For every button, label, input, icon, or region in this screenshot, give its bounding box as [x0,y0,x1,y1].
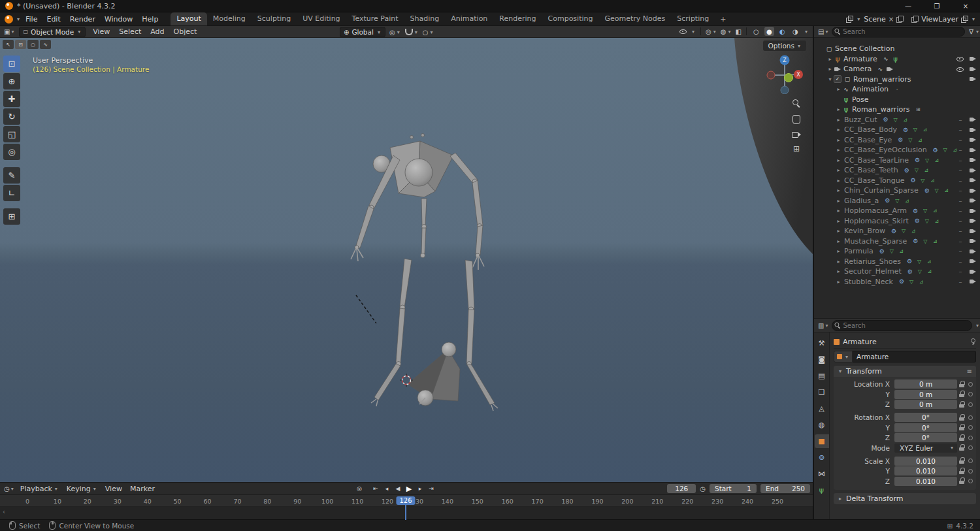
armature-object[interactable] [351,134,498,411]
chevron-down-icon[interactable]: ▾ [825,29,828,35]
cam-icon[interactable] [969,237,977,245]
z-field[interactable]: 0.010 [894,477,957,486]
workspace-tab-animation[interactable]: Animation [445,12,493,25]
outliner-row-cc-base-teeth[interactable]: ▸CC_Base_Teeth⚙▽⊿– [814,165,980,176]
blender-menu-arrow-icon[interactable]: ▾ [17,16,20,22]
scale-x-field[interactable]: 0.010 [894,457,957,466]
viewport-menu-add[interactable]: Add [146,27,169,37]
outliner-row-scene-collection[interactable]: ▢Scene Collection [814,44,980,54]
measure-tool[interactable]: ∟ [3,185,20,201]
cam-icon[interactable] [969,136,977,144]
orientation-select[interactable]: ⊕ Global ▾ [340,27,385,37]
dash-icon[interactable]: – [956,217,964,225]
expand-icon[interactable]: ▸ [835,248,842,254]
expand-icon[interactable]: ▸ [835,127,842,133]
properties-tab-constraints[interactable]: ⋈ [815,467,829,481]
prev-key-button[interactable]: ◂ [382,484,391,493]
dash-icon[interactable]: – [956,176,964,184]
timeline-track-area[interactable]: ‹ [0,507,813,519]
dash-icon[interactable]: – [956,268,964,276]
chevron-down-icon[interactable]: ▾ [11,486,14,492]
menu-help[interactable]: Help [137,14,163,25]
mode-select[interactable]: XYZ Euler▾ [894,443,957,453]
outliner-row-retiarius-shoes[interactable]: ▸Retiarius_Shoes⚙▽⊿– [814,257,980,267]
chevron-down-icon[interactable]: ▾ [976,323,979,329]
cam-icon[interactable] [969,227,977,235]
outliner-row-secutor-helmet[interactable]: ▸Secutor_Helmet⚙▽⊿– [814,266,980,277]
close-button[interactable]: × [951,0,980,12]
minimize-button[interactable]: — [894,0,923,12]
workspace-tab-uv-editing[interactable]: UV Editing [297,12,346,25]
properties-tab-tool[interactable]: ⚒ [815,336,829,350]
viewport-menu-select[interactable]: Select [114,27,146,37]
select-circle-mode-button[interactable]: ○ [27,40,39,49]
timeline-menu-keying[interactable]: Keying▾ [63,484,101,494]
browse-scene-icon[interactable] [846,16,853,23]
expand-icon[interactable]: ▸ [835,198,842,204]
rotation-x-field[interactable]: 0° [894,413,957,422]
move-tool[interactable]: ✚ [3,91,20,107]
expand-icon[interactable]: ▸ [826,66,834,72]
dash-icon[interactable]: – [956,146,964,154]
outliner-row-cc-base-tearline[interactable]: ▸CC_Base_TearLine⚙▽⊿– [814,155,980,166]
dash-icon[interactable]: – [956,116,964,123]
properties-tab-object[interactable]: ■ [815,434,829,448]
cam-icon[interactable] [969,75,977,83]
lock-icon[interactable] [959,434,965,442]
playhead[interactable]: 126 [396,496,415,505]
shading-rendered-button[interactable]: ◑ [791,27,800,36]
z-field[interactable]: 0° [894,433,957,442]
shading-wireframe-button[interactable]: ○ [751,27,761,36]
workspace-tab-shading[interactable]: Shading [404,12,446,25]
expand-icon[interactable]: ▸ [835,218,842,224]
chevron-down-icon[interactable]: ▾ [976,29,979,35]
outliner-row-roman-warriors[interactable]: ▸ψRoman_warriors⊞ [814,105,980,115]
maximize-button[interactable]: ❐ [923,0,951,12]
editor-type-arrow-icon[interactable]: ▾ [11,29,14,35]
add-cube-tool[interactable]: ⊞ [3,208,20,225]
cam-icon[interactable] [969,156,977,164]
properties-search-input[interactable] [841,322,972,329]
animate-dot-icon[interactable] [968,392,973,396]
axis-y[interactable] [785,74,793,82]
editor-type-properties-icon[interactable]: ▥ [818,322,824,329]
animate-dot-icon[interactable] [968,479,973,483]
outliner-row-cc-base-eye[interactable]: ▸CC_Base_Eye⚙▽⊿– [814,135,980,146]
outliner-row-armature[interactable]: ▸ψArmature∿ψ [814,54,980,65]
lock-icon[interactable] [959,457,965,464]
shading-solid-button[interactable]: ● [764,27,774,36]
axis-neg-x[interactable] [767,71,775,79]
cam-icon[interactable] [969,126,977,134]
outliner-row-camera[interactable]: ▸Camera∿ [814,64,980,74]
scene-name[interactable]: Scene [864,15,886,24]
dash-icon[interactable]: – [956,207,964,215]
chevron-down-icon[interactable]: ▾ [857,16,860,22]
cam-icon[interactable] [969,55,977,63]
animate-dot-icon[interactable] [968,425,973,430]
pivot-point-button[interactable]: ◎ ▾ [389,29,401,36]
menu-window[interactable]: Window [100,14,137,25]
animate-dot-icon[interactable] [968,382,973,387]
menu-file[interactable]: File [21,14,42,25]
cam-icon[interactable] [969,207,977,215]
timeline-ruler[interactable]: 0102030405060708090100110120130140150160… [0,495,813,507]
rotate-tool[interactable]: ↻ [3,108,20,125]
editor-type-outliner-icon[interactable]: ▤ [818,28,824,35]
dash-icon[interactable]: – [956,156,964,164]
animate-dot-icon[interactable] [968,402,973,407]
expand-icon[interactable]: ▸ [835,106,842,112]
expand-icon[interactable]: ▸ [835,238,842,244]
lock-icon[interactable] [959,391,965,398]
y-field[interactable]: 0 m [894,390,957,399]
cam-icon[interactable] [969,278,977,285]
outliner-row-animation[interactable]: ▸∿Animation· [814,84,980,95]
xray-toggle[interactable]: ◧ [736,28,742,35]
lock-icon[interactable] [959,401,965,408]
chevron-down-icon[interactable]: ▾ [972,16,975,22]
expand-icon[interactable]: ▸ [835,117,842,123]
outliner-row-kevin-brow[interactable]: ▸Kevin_Brow⚙▽⊿– [814,226,980,236]
properties-tab-output[interactable]: ▤ [815,369,829,383]
properties-tab-view-layer[interactable]: ❏ [815,385,829,399]
workspace-tab-texture-paint[interactable]: Texture Paint [346,12,404,25]
add-workspace-button[interactable]: + [715,13,731,25]
